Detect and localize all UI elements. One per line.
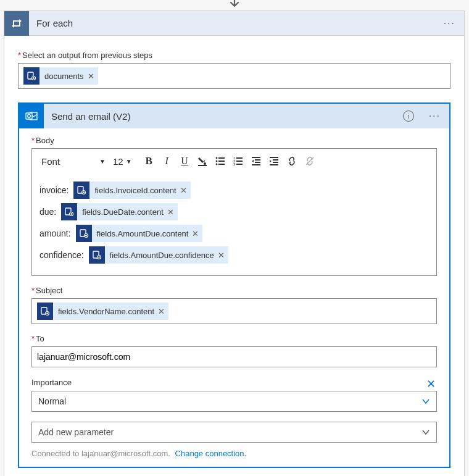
- svg-point-7: [216, 157, 218, 159]
- change-connection-link[interactable]: Change connection.: [175, 449, 247, 458]
- token-remove-icon[interactable]: ✕: [88, 72, 94, 81]
- output-field[interactable]: documents ✕: [18, 63, 450, 89]
- bold-button[interactable]: B: [141, 153, 157, 170]
- number-list-button[interactable]: 123: [230, 153, 247, 170]
- token-amountdue[interactable]: fields.AmountDue.content ✕: [76, 225, 203, 242]
- row-amount-label: amount:: [39, 228, 71, 238]
- token-remove-icon[interactable]: ✕: [167, 207, 174, 217]
- outdent-button[interactable]: [248, 153, 265, 170]
- rte-toolbar: Font▼ 12▼ B I U: [32, 149, 436, 173]
- svg-rect-10: [218, 161, 225, 162]
- unlink-button: [302, 153, 318, 170]
- bullet-list-button[interactable]: [212, 153, 229, 170]
- token-vendorname[interactable]: fields.VendorName.content ✕: [37, 303, 168, 320]
- svg-point-11: [216, 164, 218, 165]
- body-editor[interactable]: Font▼ 12▼ B I U: [31, 148, 437, 276]
- svg-text:3: 3: [233, 162, 236, 166]
- svg-rect-25: [273, 162, 278, 163]
- svg-rect-19: [252, 157, 260, 158]
- outlook-icon: [19, 104, 44, 128]
- info-icon[interactable]: i: [403, 111, 414, 122]
- svg-rect-14: [236, 157, 243, 159]
- send-email-title: Send an email (V2): [44, 111, 403, 122]
- token-invoiceid[interactable]: fields.InvoiceId.content ✕: [73, 182, 190, 199]
- token-documents[interactable]: documents ✕: [23, 67, 98, 85]
- svg-rect-21: [255, 162, 260, 163]
- font-family-select[interactable]: Font▼: [38, 152, 108, 170]
- token-icon: [89, 246, 105, 264]
- subject-label: *Subject: [31, 286, 437, 295]
- italic-button[interactable]: I: [159, 153, 175, 170]
- svg-rect-23: [270, 157, 278, 158]
- add-parameter-select[interactable]: Add new parameter: [31, 422, 437, 443]
- token-remove-icon[interactable]: ✕: [192, 229, 199, 238]
- foreach-card: For each ··· *Select an output from prev…: [4, 10, 465, 476]
- token-icon: [23, 67, 39, 85]
- token-icon: [73, 182, 89, 199]
- importance-select[interactable]: Normal: [31, 391, 437, 412]
- to-label: *To: [31, 334, 437, 343]
- svg-rect-26: [270, 164, 278, 165]
- link-button[interactable]: [284, 153, 301, 170]
- svg-line-27: [306, 157, 313, 165]
- chevron-down-icon: [421, 428, 430, 436]
- to-input[interactable]: [37, 352, 431, 362]
- svg-rect-22: [252, 164, 260, 165]
- token-confidence[interactable]: fields.AmountDue.confidence ✕: [89, 246, 228, 264]
- indent-button[interactable]: [266, 153, 283, 170]
- svg-rect-20: [255, 159, 260, 161]
- token-duedate[interactable]: fields.DueDate.content ✕: [61, 203, 178, 220]
- send-email-header[interactable]: Send an email (V2) i ···: [19, 104, 449, 128]
- row-invoice-label: invoice:: [39, 185, 68, 195]
- output-label: *Select an output from previous steps: [18, 51, 450, 60]
- font-size-select[interactable]: 12▼: [109, 152, 135, 170]
- svg-point-9: [216, 161, 218, 162]
- svg-rect-3: [26, 113, 32, 119]
- underline-button[interactable]: U: [176, 153, 193, 170]
- row-due-label: due:: [39, 207, 56, 217]
- body-label: *Body: [31, 136, 437, 145]
- svg-rect-18: [236, 164, 243, 165]
- svg-rect-12: [218, 164, 225, 165]
- svg-rect-8: [218, 157, 225, 159]
- svg-rect-24: [273, 159, 278, 161]
- token-remove-icon[interactable]: ✕: [180, 186, 187, 195]
- flow-arrow-icon: [228, 0, 241, 10]
- loop-icon: [4, 11, 29, 36]
- importance-remove-icon[interactable]: ✕: [425, 377, 437, 391]
- foreach-title: For each: [29, 18, 435, 28]
- foreach-menu-button[interactable]: ···: [435, 18, 464, 29]
- token-label: documents: [44, 72, 84, 81]
- token-remove-icon[interactable]: ✕: [218, 251, 225, 260]
- body-content[interactable]: invoice: fields.InvoiceId.content ✕ due:: [32, 173, 436, 275]
- token-icon: [37, 303, 53, 320]
- token-remove-icon[interactable]: ✕: [158, 307, 165, 316]
- chevron-down-icon: [421, 397, 430, 406]
- svg-point-5: [204, 162, 206, 165]
- send-email-menu-button[interactable]: ···: [420, 111, 449, 122]
- svg-rect-6: [198, 165, 207, 166]
- font-color-button[interactable]: [194, 153, 211, 170]
- connection-footer: Connected to lajanuar@microsoft.com. Cha…: [31, 449, 437, 458]
- row-confidence-label: confidence:: [39, 250, 84, 260]
- send-email-card: Send an email (V2) i ··· *Body Font▼ 12▼…: [18, 102, 450, 468]
- token-icon: [61, 203, 77, 220]
- to-field[interactable]: [31, 346, 437, 367]
- importance-label: Importance: [31, 378, 72, 387]
- foreach-header[interactable]: For each ···: [4, 11, 464, 36]
- svg-rect-16: [236, 161, 243, 162]
- subject-field[interactable]: fields.VendorName.content ✕: [31, 298, 437, 324]
- token-icon: [76, 225, 92, 242]
